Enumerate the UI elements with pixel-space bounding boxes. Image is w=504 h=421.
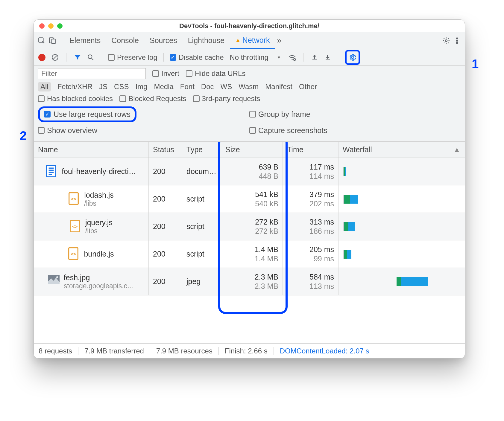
table-row[interactable]: foul-heavenly-directi…200docum…639 B448 … xyxy=(34,158,465,185)
col-label: Waterfall xyxy=(343,145,372,154)
inspect-icon[interactable] xyxy=(36,35,47,46)
capture-screenshots-checkbox[interactable]: Capture screenshots xyxy=(249,126,327,135)
invert-checkbox[interactable]: Invert xyxy=(152,69,179,78)
request-path: /libs xyxy=(84,199,114,208)
tab-network[interactable]: ▲ Network xyxy=(230,33,275,49)
third-party-checkbox[interactable]: 3rd-party requests xyxy=(193,94,260,103)
status-code: 200 xyxy=(153,250,166,258)
network-conditions-icon[interactable] xyxy=(287,52,297,62)
type-filter-chips: All Fetch/XHR JS CSS Img Media Font Doc … xyxy=(38,82,461,91)
filter-chip-img[interactable]: Img xyxy=(135,83,147,91)
checkbox-label: Capture screenshots xyxy=(258,126,327,135)
table-row[interactable]: <>lodash.js/libs200script541 kB540 kB379… xyxy=(34,185,465,213)
svg-rect-2 xyxy=(52,39,55,43)
divider xyxy=(339,53,339,62)
hide-data-urls-checkbox[interactable]: Hide data URLs xyxy=(186,69,245,78)
more-tabs-button[interactable]: » xyxy=(277,36,281,45)
tab-label: Lighthouse xyxy=(188,36,224,45)
transfer-size: 2.3 MB xyxy=(255,273,278,281)
resource-type: jpeg xyxy=(186,277,201,286)
total-time: 313 ms xyxy=(309,218,334,226)
table-row[interactable]: <>bundle.js200script1.4 MB1.4 MB205 ms99… xyxy=(34,240,465,268)
col-time[interactable]: Time xyxy=(283,142,338,158)
filter-chip-css[interactable]: CSS xyxy=(114,83,129,91)
total-time: 379 ms xyxy=(309,190,334,199)
resource-size: 2.3 MB xyxy=(255,282,278,291)
filter-input[interactable]: Filter xyxy=(38,68,146,79)
preserve-log-checkbox[interactable]: Preserve log xyxy=(108,53,157,62)
tab-sources[interactable]: Sources xyxy=(144,32,183,49)
col-type[interactable]: Type xyxy=(182,142,221,158)
filter-chip-other[interactable]: Other xyxy=(299,83,317,91)
resource-type: docum… xyxy=(186,167,216,176)
filter-chip-ws[interactable]: WS xyxy=(221,83,232,91)
total-time: 117 ms xyxy=(309,163,334,171)
request-name: jquery.js xyxy=(85,218,113,227)
device-toggle-icon[interactable] xyxy=(47,35,58,46)
panel-tabs: Elements Console Sources Lighthouse ▲ Ne… xyxy=(34,32,465,49)
filter-chip-media[interactable]: Media xyxy=(154,83,173,91)
requests-table: Name Status Type Size Time Waterfall▲ fo… xyxy=(34,142,465,343)
upload-har-icon[interactable] xyxy=(309,52,320,62)
divider xyxy=(61,36,61,45)
checkbox-label: Invert xyxy=(161,69,179,78)
file-type-icon: <> xyxy=(68,247,80,261)
throttling-select[interactable]: No throttling ▼ xyxy=(227,53,284,62)
blocked-requests-checkbox[interactable]: Blocked Requests xyxy=(119,94,186,103)
clear-button[interactable] xyxy=(50,52,60,62)
col-size[interactable]: Size xyxy=(221,142,283,158)
checkbox-label: 3rd-party requests xyxy=(202,94,260,103)
request-name: lodash.js xyxy=(84,191,114,199)
record-button[interactable] xyxy=(37,52,47,62)
blocked-cookies-checkbox[interactable]: Has blocked cookies xyxy=(38,94,113,103)
resource-size: 540 kB xyxy=(255,199,278,208)
kebab-menu-icon[interactable] xyxy=(452,35,462,46)
request-path: /libs xyxy=(85,227,113,235)
checkbox-label: Blocked Requests xyxy=(128,94,186,103)
table-row[interactable]: <>jquery.js/libs200script272 kB272 kB313… xyxy=(34,213,465,240)
settings-gear-icon[interactable] xyxy=(441,35,452,46)
filter-chip-fetch[interactable]: Fetch/XHR xyxy=(57,83,92,91)
group-by-frame-checkbox[interactable]: Group by frame xyxy=(249,110,310,119)
table-row[interactable]: fesh.jpgstorage.googleapis.c…200jpeg2.3 … xyxy=(34,268,465,295)
use-large-rows-checkbox[interactable]: Use large request rows xyxy=(38,106,136,122)
filter-chip-all[interactable]: All xyxy=(38,82,51,91)
file-type-icon xyxy=(46,165,57,179)
col-status[interactable]: Status xyxy=(149,142,182,158)
status-code: 200 xyxy=(153,195,166,203)
tab-label: Sources xyxy=(150,36,177,45)
checkbox-label: Show overview xyxy=(47,126,97,135)
checkbox-label: Disable cache xyxy=(179,53,224,62)
show-overview-checkbox[interactable]: Show overview xyxy=(38,126,97,135)
svg-point-5 xyxy=(456,40,458,41)
latency-time: 186 ms xyxy=(309,227,334,236)
network-toolbar: Preserve log Disable cache No throttling… xyxy=(34,49,465,66)
filter-chip-manifest[interactable]: Manifest xyxy=(265,83,292,91)
download-har-icon[interactable] xyxy=(323,52,333,62)
status-requests: 8 requests xyxy=(39,347,78,355)
col-waterfall[interactable]: Waterfall▲ xyxy=(338,142,465,158)
tab-lighthouse[interactable]: Lighthouse xyxy=(183,32,230,49)
tab-console[interactable]: Console xyxy=(106,32,144,49)
filter-chip-js[interactable]: JS xyxy=(99,83,107,91)
network-settings-button[interactable] xyxy=(345,50,360,65)
resource-size: 448 B xyxy=(259,172,278,181)
svg-rect-13 xyxy=(47,165,56,177)
disable-cache-checkbox[interactable]: Disable cache xyxy=(170,53,224,62)
warning-icon: ▲ xyxy=(235,37,241,43)
filter-chip-wasm[interactable]: Wasm xyxy=(239,83,259,91)
filter-chip-font[interactable]: Font xyxy=(180,83,195,91)
checkbox-label: Group by frame xyxy=(258,110,310,119)
file-type-icon: <> xyxy=(69,192,80,206)
filter-icon[interactable] xyxy=(72,52,83,62)
status-dcl: DOMContentLoaded: 2.07 s xyxy=(274,347,375,355)
request-name: fesh.jpg xyxy=(64,273,134,282)
svg-text:<>: <> xyxy=(71,196,77,202)
col-name[interactable]: Name xyxy=(34,142,149,158)
filter-chip-doc[interactable]: Doc xyxy=(201,83,214,91)
resource-type: script xyxy=(186,195,204,203)
search-icon[interactable] xyxy=(86,52,96,62)
window-title: DevTools - foul-heavenly-direction.glitc… xyxy=(34,22,465,30)
tab-elements[interactable]: Elements xyxy=(64,32,106,49)
status-bar: 8 requests 7.9 MB transferred 7.9 MB res… xyxy=(34,343,465,358)
